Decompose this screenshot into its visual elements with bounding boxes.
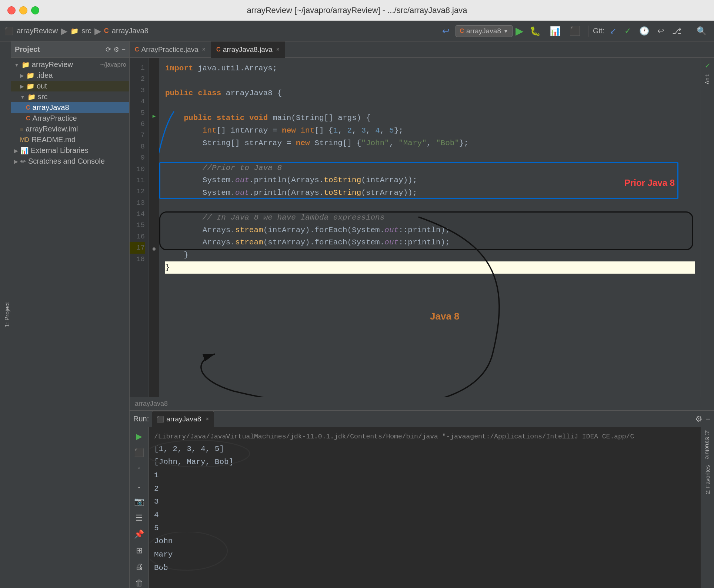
run-out-john: John bbox=[154, 535, 173, 548]
breadcrumb-file[interactable]: arrayJava8 bbox=[112, 27, 149, 35]
run-hide-button[interactable]: − bbox=[705, 414, 710, 424]
tree-item-root[interactable]: ▼ 📁 arrayReview ~/javapro bbox=[11, 59, 129, 70]
tree-item-iml[interactable]: ≡ arrayReview.iml bbox=[11, 124, 129, 134]
scratches-icon: ✏ bbox=[20, 157, 26, 166]
run-output-group1: [1, 2, 3, 4, 5] [John, Mary, Bob] bbox=[154, 442, 233, 469]
breadcrumb-sep2: ▶ bbox=[94, 26, 101, 36]
run-out-mary: Mary bbox=[154, 548, 173, 561]
run-out-line-2: [John, Mary, Bob] bbox=[154, 455, 233, 469]
run-tab[interactable]: ⬛ arrayJava8 × bbox=[152, 411, 214, 427]
git-rollback-btn[interactable]: ↩ bbox=[654, 25, 667, 37]
structure-label[interactable]: Z: Structure bbox=[704, 430, 711, 459]
tree-scratches-label: Scratches and Console bbox=[28, 157, 126, 166]
run-output-group2: John Mary Bob bbox=[154, 535, 173, 574]
project-strip-label[interactable]: 1: Project bbox=[4, 302, 11, 327]
editor-footer: arrayJava8 bbox=[130, 397, 714, 410]
tab-label-ap: ArrayPractice.java bbox=[141, 46, 198, 54]
editor-footer-filename: arrayJava8 bbox=[135, 400, 168, 408]
run-panel-actions: ⚙ − bbox=[695, 414, 710, 424]
run-pin-btn[interactable]: 📌 bbox=[133, 528, 146, 541]
tree-arrayjava8-label: arrayJava8 bbox=[33, 103, 126, 112]
sync-button[interactable]: ⟳ bbox=[106, 46, 111, 54]
tree-item-out[interactable]: ▶ 📁 out bbox=[11, 81, 129, 91]
git-update-btn[interactable]: ↙ bbox=[607, 25, 619, 37]
tree-item-idea[interactable]: ▶ 📁 .idea bbox=[11, 70, 129, 81]
favorites-label[interactable]: 2: Favorites bbox=[704, 465, 711, 494]
run-out-num-3: 3 bbox=[154, 495, 695, 508]
run-command: /Library/Java/JavaVirtualMachines/jdk-11… bbox=[154, 431, 695, 442]
debug-button[interactable]: 🐛 bbox=[527, 24, 544, 38]
run-tab-label: arrayJava8 bbox=[166, 415, 201, 423]
run-layout-btn[interactable]: ⊞ bbox=[134, 544, 144, 557]
run-stop-btn[interactable]: ⬛ bbox=[133, 447, 146, 459]
minus-button[interactable]: − bbox=[121, 46, 126, 54]
run-scroll-down-btn[interactable]: ↓ bbox=[136, 479, 143, 492]
project-icon: ⬛ bbox=[4, 27, 14, 36]
run-button[interactable]: ▶ bbox=[516, 25, 524, 37]
code-line-14: Arrays.stream(intArray).forEach(System.o… bbox=[165, 224, 695, 237]
folder-icon-out: 📁 bbox=[26, 82, 34, 90]
tree-item-arrayjava8[interactable]: C arrayJava8 bbox=[11, 102, 129, 113]
tab-arrayjava8[interactable]: C arrayJava8.java × bbox=[211, 41, 285, 58]
minimize-button[interactable] bbox=[19, 6, 27, 14]
tab-close-aj[interactable]: × bbox=[276, 46, 280, 53]
git-branches-btn[interactable]: ⎇ bbox=[669, 25, 684, 37]
run-sidebar: ▶ ⬛ ↑ ↓ 📷 ☰ 📌 ⊞ 🖨 🗑 bbox=[130, 427, 149, 588]
run-content: ▶ ⬛ ↑ ↓ 📷 ☰ 📌 ⊞ 🖨 🗑 /Library/Java/JavaVi… bbox=[130, 427, 714, 588]
git-history-btn[interactable]: 🕐 bbox=[636, 25, 652, 37]
left-panel-strip: 1: Project bbox=[0, 41, 11, 588]
run-panel: Run: ⬛ arrayJava8 × ⚙ − ▶ ⬛ ↑ bbox=[130, 410, 714, 588]
traffic-lights[interactable] bbox=[7, 6, 39, 14]
tree-item-src[interactable]: ▼ 📁 src bbox=[11, 91, 129, 102]
tree-arraypractice-label: ArrayPractice bbox=[33, 114, 126, 123]
ant-check-icon: ✓ bbox=[705, 61, 710, 71]
git-section: Git: ↙ ✓ 🕐 ↩ ⎇ bbox=[593, 25, 684, 37]
run-scroll-up-btn[interactable]: ↑ bbox=[136, 463, 143, 475]
dropdown-icon[interactable]: ▼ bbox=[503, 28, 508, 34]
run-gutter-line5[interactable]: ▶ bbox=[149, 112, 159, 120]
tab-arraypractice[interactable]: C ArrayPractice.java × bbox=[130, 41, 211, 58]
tree-item-extlibs[interactable]: ▶ 📊 External Libraries bbox=[11, 145, 129, 156]
search-button[interactable]: 🔍 bbox=[694, 25, 710, 37]
git-checkmark-btn[interactable]: ✓ bbox=[621, 25, 634, 37]
back-button[interactable]: ↩ bbox=[439, 24, 453, 38]
main-layout: 1: Project Project ⟳ ⚙ − ▼ 📁 arrayReview… bbox=[0, 41, 714, 588]
code-line-5: public static void main(String[] args) { bbox=[165, 112, 695, 124]
folder-icon: 📁 bbox=[21, 61, 30, 69]
code-line-16: } bbox=[165, 249, 695, 261]
run-settings-button[interactable]: ⚙ bbox=[695, 414, 703, 424]
gear-icon[interactable]: ⚙ bbox=[113, 46, 119, 54]
title-bar: arrayReview [~/javapro/arrayReview] - ..… bbox=[0, 0, 714, 21]
tree-root-sub: ~/javapro bbox=[100, 61, 126, 69]
code-line-9: //Prior to Java 8 bbox=[165, 162, 695, 174]
run-camera-btn[interactable]: 📷 bbox=[133, 495, 146, 508]
run-trash-btn[interactable]: 🗑 bbox=[134, 577, 145, 588]
tree-item-arraypractice[interactable]: C ArrayPractice bbox=[11, 113, 129, 124]
breadcrumb-src[interactable]: src bbox=[81, 27, 91, 35]
tree-readme-label: README.md bbox=[31, 136, 126, 144]
maximize-button[interactable] bbox=[31, 6, 39, 14]
code-content[interactable]: import java.util.Arrays; public class ar… bbox=[159, 58, 701, 397]
tree-item-readme[interactable]: MD README.md bbox=[11, 134, 129, 145]
tree-extlibs-label: External Libraries bbox=[31, 146, 126, 155]
class-icon: C bbox=[104, 27, 109, 35]
tree-item-scratches[interactable]: ▶ ✏ Scratches and Console bbox=[11, 156, 129, 167]
run-tab-close[interactable]: × bbox=[206, 416, 209, 422]
code-line-10: System.out.println(Arrays.toString(intAr… bbox=[165, 174, 695, 187]
close-button[interactable] bbox=[7, 6, 16, 14]
editor-main: C ArrayPractice.java × C arrayJava8.java… bbox=[130, 41, 714, 588]
breadcrumb-project[interactable]: arrayReview bbox=[17, 27, 58, 35]
tab-icon-ap: C bbox=[135, 46, 139, 53]
chevron-right-icon-scratch: ▶ bbox=[14, 158, 18, 164]
run-play-btn[interactable]: ▶ bbox=[134, 430, 144, 443]
run-print-btn[interactable]: 🖨 bbox=[134, 561, 145, 573]
run-filter-btn[interactable]: ☰ bbox=[134, 512, 144, 524]
coverage-button[interactable]: 📊 bbox=[547, 24, 564, 38]
code-line-11: System.out.println(Arrays.toString(strAr… bbox=[165, 187, 695, 199]
stop-button[interactable]: ⬛ bbox=[567, 24, 584, 38]
code-editor[interactable]: 1 2 3 4 5 6 7 8 9 10 11 12 13 14 15 16 1 bbox=[130, 58, 714, 397]
md-file-icon: MD bbox=[20, 137, 29, 143]
run-output: /Library/Java/JavaVirtualMachines/jdk-11… bbox=[149, 427, 701, 588]
tab-close-ap[interactable]: × bbox=[202, 46, 206, 53]
main-toolbar: ⬛ arrayReview ▶ 📁 src ▶ C arrayJava8 ↩ C… bbox=[0, 21, 714, 41]
